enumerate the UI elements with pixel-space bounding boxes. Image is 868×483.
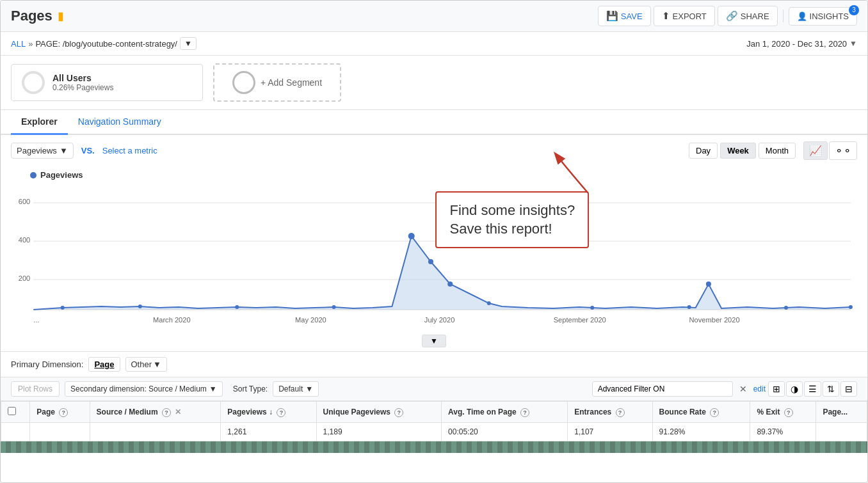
export-button[interactable]: ⬆ EXPORT	[654, 6, 715, 26]
svg-point-9	[408, 233, 415, 239]
select-all-checkbox[interactable]	[8, 407, 16, 415]
sort-type-select[interactable]: Default ▼	[273, 381, 319, 397]
dimension-other-button[interactable]: Other ▼	[125, 357, 167, 372]
th-source-medium: Source / Medium ? ✕	[90, 402, 221, 423]
segment-section: All Users 0.26% Pageviews + Add Segment	[1, 56, 867, 110]
save-button[interactable]: 💾 SAVE	[598, 6, 651, 26]
top-header: Pages ▮ 💾 SAVE ⬆ EXPORT 🔗 SHARE 👤 INSIGH…	[1, 1, 867, 32]
footer-checkbox-cell	[1, 423, 30, 441]
tab-explorer[interactable]: Explorer	[11, 110, 68, 135]
th-page-extra: Page...	[816, 402, 867, 423]
metric-dropdown-arrow: ▼	[60, 146, 68, 155]
dimension-page-button[interactable]: Page	[88, 357, 120, 372]
page-help-icon[interactable]: ?	[59, 408, 68, 417]
th-entrances: Entrances ?	[568, 402, 652, 423]
footer-exit: 89.37%	[750, 423, 816, 441]
share-icon: 🔗	[726, 10, 738, 22]
tabs-bar: Explorer Navigation Summary	[1, 110, 867, 135]
primary-dimension-label: Primary Dimension:	[11, 360, 83, 369]
svg-point-12	[706, 281, 711, 287]
svg-text:July 2020: July 2020	[424, 316, 455, 324]
bounce-rate-help-icon[interactable]: ?	[710, 408, 719, 417]
view-buttons: 📈 ⚬⚬	[803, 141, 857, 160]
select-metric-link[interactable]: Select a metric	[102, 146, 157, 155]
add-segment-button[interactable]: + Add Segment	[213, 63, 341, 102]
segment-sub: 0.26% Pageviews	[52, 83, 113, 92]
chart-controls: Pageviews ▼ VS. Select a metric Day Week…	[1, 135, 867, 162]
exit-pct-help-icon[interactable]: ?	[784, 408, 793, 417]
export-icon: ⬆	[662, 10, 670, 22]
svg-text:September 2020: September 2020	[554, 316, 606, 324]
breadcrumb-all-link[interactable]: ALL	[11, 39, 26, 49]
source-medium-help-icon[interactable]: ?	[162, 408, 171, 417]
filter-input[interactable]	[592, 381, 733, 397]
filter-edit-link[interactable]: edit	[753, 384, 766, 393]
breadcrumb-dropdown[interactable]: ▼	[180, 37, 197, 50]
dimension-row: Primary Dimension: Page Other ▼	[1, 351, 867, 377]
filter-input-group: ✕ edit ⊞ ◑ ☰ ⇅ ⊟	[592, 381, 857, 397]
vs-label: VS.	[81, 146, 95, 155]
tab-navigation-summary[interactable]: Navigation Summary	[68, 110, 172, 135]
th-pageviews[interactable]: Pageviews ↓ ?	[221, 402, 316, 423]
svg-point-17	[487, 301, 491, 305]
entrances-help-icon[interactable]: ?	[616, 408, 625, 417]
metric-dropdown[interactable]: Pageviews ▼	[11, 143, 74, 159]
scroll-down-button[interactable]: ▼	[422, 335, 446, 347]
scatter-chart-button[interactable]: ⚬⚬	[829, 141, 857, 160]
secondary-dimension-select[interactable]: Secondary dimension: Source / Medium ▼	[65, 381, 223, 397]
legend-label: Pageviews	[40, 170, 83, 180]
add-segment-circle	[232, 71, 255, 94]
th-avg-time: Avg. Time on Page ?	[442, 402, 568, 423]
share-button[interactable]: 🔗 SHARE	[718, 6, 778, 26]
footer-extra	[816, 423, 867, 441]
svg-point-20	[784, 306, 788, 310]
metric-selector: Pageviews ▼ VS. Select a metric	[11, 143, 157, 159]
svg-text:...: ...	[33, 316, 39, 324]
bar-view-button[interactable]: ☰	[804, 381, 821, 397]
svg-point-15	[235, 305, 239, 309]
verified-icon: ▮	[58, 9, 64, 23]
day-button[interactable]: Day	[689, 143, 718, 159]
filter-clear-button[interactable]: ✕	[735, 382, 751, 396]
breadcrumb: ALL » PAGE: /blog/youtube-content-strate…	[11, 37, 197, 50]
insights-button[interactable]: 👤 INSIGHTS 3	[789, 7, 857, 26]
svg-point-16	[332, 305, 336, 309]
source-medium-close-icon[interactable]: ✕	[175, 408, 181, 416]
custom-view-button[interactable]: ⊟	[840, 381, 857, 397]
view-icons: ⊞ ◑ ☰ ⇅ ⊟	[768, 381, 857, 397]
header-left: Pages ▮	[11, 8, 64, 24]
plot-rows-button[interactable]: Plot Rows	[11, 381, 60, 397]
svg-point-14	[138, 305, 142, 308]
time-controls: Day Week Month 📈 ⚬⚬	[689, 141, 857, 160]
footer-page-cell	[30, 423, 90, 441]
line-chart-button[interactable]: 📈	[803, 141, 828, 160]
svg-text:March 2020: March 2020	[153, 316, 191, 324]
date-range-selector[interactable]: Jan 1, 2020 - Dec 31, 2020 ▼	[746, 39, 857, 49]
table-footer-row: 1,261 1,189 00:05:20 1,107 91.28% 89.37%	[1, 423, 867, 441]
chart-legend: Pageviews	[11, 168, 857, 185]
svg-text:May 2020: May 2020	[295, 316, 326, 324]
insights-badge: 3	[849, 5, 859, 15]
data-table: Page ? Source / Medium ? ✕ Pageviews ↓ ?	[1, 401, 867, 441]
avg-time-help-icon[interactable]: ?	[520, 408, 529, 417]
week-button[interactable]: Week	[720, 143, 756, 159]
pie-view-button[interactable]: ◑	[786, 381, 803, 397]
table-header-row: Page ? Source / Medium ? ✕ Pageviews ↓ ?	[1, 402, 867, 423]
sort-value: Default	[278, 384, 303, 393]
metric-label: Pageviews	[17, 146, 57, 155]
callout-line2: Save this report!	[449, 220, 575, 239]
table-view-button[interactable]: ⊞	[768, 381, 785, 397]
svg-point-11	[447, 281, 453, 287]
chart-svg: 600 400 200	[11, 185, 857, 332]
th-checkbox	[1, 402, 30, 423]
breadcrumb-bar: ALL » PAGE: /blog/youtube-content-strate…	[1, 32, 867, 56]
data-table-wrapper: Page ? Source / Medium ? ✕ Pageviews ↓ ?	[1, 401, 867, 441]
unique-help-icon[interactable]: ?	[394, 408, 403, 417]
pivot-view-button[interactable]: ⇅	[823, 381, 839, 397]
segment-info: All Users 0.26% Pageviews	[52, 73, 113, 92]
footer-avg-time: 00:05:20	[442, 423, 568, 441]
all-users-segment: All Users 0.26% Pageviews	[11, 64, 203, 101]
pageviews-help-icon[interactable]: ?	[277, 408, 285, 417]
other-dropdown-arrow: ▼	[153, 360, 161, 369]
month-button[interactable]: Month	[759, 143, 796, 159]
